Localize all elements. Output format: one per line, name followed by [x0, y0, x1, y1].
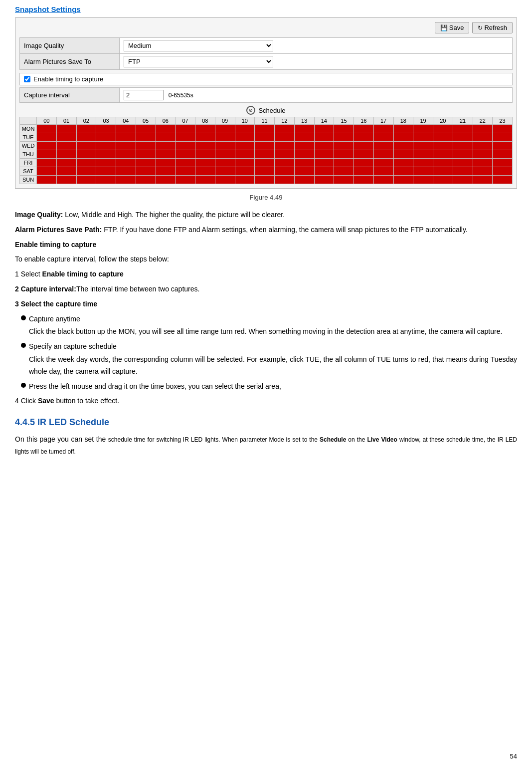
schedule-slot-mon-23[interactable]: [493, 125, 513, 133]
schedule-slot-mon-08[interactable]: [195, 125, 215, 133]
schedule-slot-sun-01[interactable]: [56, 176, 76, 184]
schedule-slot-fri-20[interactable]: [433, 159, 453, 167]
schedule-slot-wed-21[interactable]: [453, 142, 473, 150]
schedule-slot-wed-19[interactable]: [413, 142, 433, 150]
schedule-slot-thu-22[interactable]: [473, 150, 493, 159]
schedule-slot-mon-21[interactable]: [453, 125, 473, 133]
schedule-grid[interactable]: 00 01 02 03 04 05 06 07 08 09 10 11 12 1…: [19, 117, 513, 184]
schedule-slot-sat-08[interactable]: [195, 167, 215, 176]
schedule-slot-tue-12[interactable]: [275, 133, 295, 142]
schedule-slot-sat-20[interactable]: [433, 167, 453, 176]
schedule-slot-fri-13[interactable]: [294, 159, 314, 167]
schedule-slot-fri-05[interactable]: [136, 159, 156, 167]
schedule-slot-fri-08[interactable]: [195, 159, 215, 167]
schedule-slot-sat-17[interactable]: [373, 167, 393, 176]
schedule-slot-sun-15[interactable]: [334, 176, 354, 184]
schedule-slot-sun-03[interactable]: [96, 176, 116, 184]
refresh-button[interactable]: ↻ Refresh: [472, 22, 513, 33]
schedule-slot-mon-13[interactable]: [294, 125, 314, 133]
schedule-slot-thu-17[interactable]: [373, 150, 393, 159]
schedule-slot-mon-14[interactable]: [314, 125, 334, 133]
schedule-slot-wed-01[interactable]: [56, 142, 76, 150]
schedule-slot-fri-11[interactable]: [255, 159, 275, 167]
image-quality-select[interactable]: Medium: [124, 40, 273, 51]
schedule-day-mon[interactable]: MON: [20, 125, 37, 133]
schedule-slot-tue-16[interactable]: [354, 133, 374, 142]
schedule-slot-sun-06[interactable]: [156, 176, 176, 184]
schedule-slot-thu-05[interactable]: [136, 150, 156, 159]
schedule-slot-thu-21[interactable]: [453, 150, 473, 159]
schedule-slot-fri-01[interactable]: [56, 159, 76, 167]
schedule-slot-sat-16[interactable]: [354, 167, 374, 176]
schedule-slot-mon-04[interactable]: [116, 125, 136, 133]
schedule-slot-mon-09[interactable]: [215, 125, 235, 133]
schedule-slot-thu-14[interactable]: [314, 150, 334, 159]
schedule-slot-sat-18[interactable]: [393, 167, 413, 176]
schedule-slot-sat-11[interactable]: [255, 167, 275, 176]
schedule-slot-fri-00[interactable]: [37, 159, 57, 167]
schedule-slot-wed-04[interactable]: [116, 142, 136, 150]
schedule-slot-mon-11[interactable]: [255, 125, 275, 133]
schedule-slot-sat-03[interactable]: [96, 167, 116, 176]
schedule-slot-sat-15[interactable]: [334, 167, 354, 176]
schedule-slot-fri-17[interactable]: [373, 159, 393, 167]
schedule-slot-tue-13[interactable]: [294, 133, 314, 142]
schedule-slot-sun-21[interactable]: [453, 176, 473, 184]
schedule-slot-sat-05[interactable]: [136, 167, 156, 176]
schedule-slot-wed-10[interactable]: [235, 142, 255, 150]
schedule-slot-thu-08[interactable]: [195, 150, 215, 159]
schedule-slot-thu-06[interactable]: [156, 150, 176, 159]
schedule-slot-wed-23[interactable]: [493, 142, 513, 150]
schedule-slot-wed-18[interactable]: [393, 142, 413, 150]
schedule-slot-wed-00[interactable]: [37, 142, 57, 150]
schedule-slot-tue-23[interactable]: [493, 133, 513, 142]
schedule-slot-wed-07[interactable]: [176, 142, 195, 150]
schedule-slot-sun-13[interactable]: [294, 176, 314, 184]
schedule-slot-fri-14[interactable]: [314, 159, 334, 167]
schedule-slot-sun-04[interactable]: [116, 176, 136, 184]
schedule-slot-sun-10[interactable]: [235, 176, 255, 184]
schedule-slot-thu-15[interactable]: [334, 150, 354, 159]
schedule-slot-tue-19[interactable]: [413, 133, 433, 142]
schedule-slot-thu-16[interactable]: [354, 150, 374, 159]
schedule-day-thu[interactable]: THU: [20, 150, 37, 159]
schedule-slot-wed-17[interactable]: [373, 142, 393, 150]
schedule-slot-fri-21[interactable]: [453, 159, 473, 167]
enable-timing-checkbox[interactable]: [24, 76, 30, 82]
schedule-slot-thu-12[interactable]: [275, 150, 295, 159]
schedule-slot-sun-19[interactable]: [413, 176, 433, 184]
schedule-slot-tue-22[interactable]: [473, 133, 493, 142]
schedule-slot-mon-10[interactable]: [235, 125, 255, 133]
schedule-slot-sun-00[interactable]: [37, 176, 57, 184]
schedule-slot-wed-22[interactable]: [473, 142, 493, 150]
schedule-slot-tue-09[interactable]: [215, 133, 235, 142]
schedule-slot-fri-19[interactable]: [413, 159, 433, 167]
schedule-slot-tue-14[interactable]: [314, 133, 334, 142]
schedule-day-fri[interactable]: FRI: [20, 159, 37, 167]
schedule-slot-tue-15[interactable]: [334, 133, 354, 142]
schedule-slot-mon-17[interactable]: [373, 125, 393, 133]
schedule-slot-sun-16[interactable]: [354, 176, 374, 184]
schedule-slot-mon-15[interactable]: [334, 125, 354, 133]
schedule-slot-sun-11[interactable]: [255, 176, 275, 184]
schedule-slot-thu-13[interactable]: [294, 150, 314, 159]
schedule-slot-fri-16[interactable]: [354, 159, 374, 167]
schedule-slot-thu-03[interactable]: [96, 150, 116, 159]
save-button[interactable]: 💾 Save: [435, 22, 470, 33]
schedule-slot-fri-09[interactable]: [215, 159, 235, 167]
schedule-slot-thu-20[interactable]: [433, 150, 453, 159]
schedule-slot-tue-21[interactable]: [453, 133, 473, 142]
schedule-slot-tue-11[interactable]: [255, 133, 275, 142]
schedule-slot-fri-18[interactable]: [393, 159, 413, 167]
schedule-slot-sun-17[interactable]: [373, 176, 393, 184]
schedule-slot-sun-22[interactable]: [473, 176, 493, 184]
schedule-slot-fri-22[interactable]: [473, 159, 493, 167]
schedule-slot-thu-11[interactable]: [255, 150, 275, 159]
schedule-slot-thu-23[interactable]: [493, 150, 513, 159]
schedule-slot-sat-04[interactable]: [116, 167, 136, 176]
schedule-slot-wed-15[interactable]: [334, 142, 354, 150]
schedule-slot-thu-00[interactable]: [37, 150, 57, 159]
schedule-slot-wed-06[interactable]: [156, 142, 176, 150]
capture-interval-input[interactable]: [124, 90, 164, 100]
schedule-slot-mon-18[interactable]: [393, 125, 413, 133]
